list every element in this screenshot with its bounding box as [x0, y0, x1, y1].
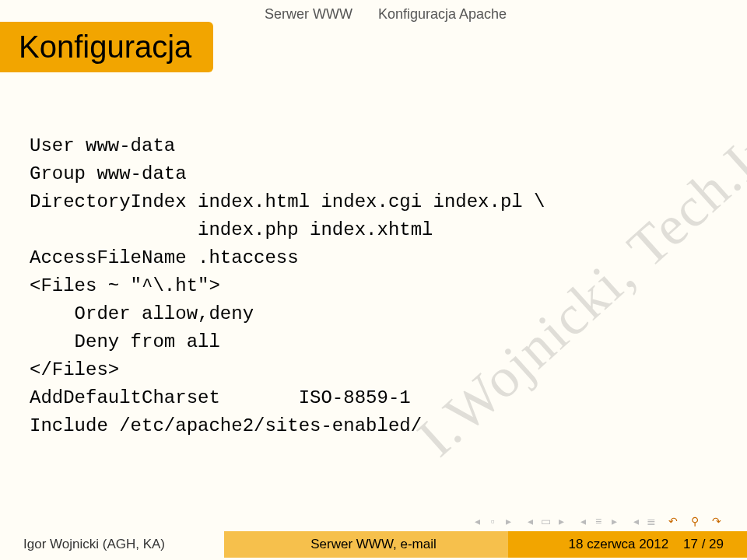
- nav-back-subsection-icon[interactable]: ◂: [576, 515, 590, 527]
- code-line: <Files ~ "^\.ht">: [30, 275, 220, 296]
- footer-pagenum: 17 / 29: [683, 537, 724, 551]
- code-line: AccessFileName .htaccess: [30, 247, 299, 268]
- code-line: Group www-data: [30, 163, 187, 184]
- nav-search-icon[interactable]: ⚲: [688, 515, 702, 527]
- nav-next-frame-icon[interactable]: ▸: [554, 515, 568, 527]
- slide-title-bar: Konfiguracja: [0, 22, 213, 72]
- nav-toc-icon[interactable]: ≡: [591, 515, 605, 527]
- code-line: Deny from all: [30, 331, 220, 352]
- nav-next-icon[interactable]: ▸: [501, 515, 515, 527]
- nav-prev-frame-icon[interactable]: ◂: [523, 515, 537, 527]
- code-line: AddDefaultCharset ISO-8859-1: [30, 387, 411, 408]
- breadcrumb-subsection[interactable]: Konfiguracja Apache: [378, 6, 507, 22]
- breadcrumb: Serwer WWW Konfiguracja Apache: [265, 6, 528, 23]
- slide-content: User www-data Group www-data DirectoryIn…: [30, 132, 717, 440]
- code-line: Include /etc/apache2/sites-enabled/: [30, 415, 422, 436]
- footer-author: Igor Wojnicki (AGH, KA): [23, 537, 165, 552]
- code-line: DirectoryIndex index.html index.cgi inde…: [30, 191, 545, 212]
- nav-frame-icon[interactable]: ▭: [538, 515, 552, 527]
- nav-controls: ◂ ▫ ▸ ◂ ▭ ▸ ◂ ≡ ▸ ◂ ≣ ↶ ⚲ ↷: [470, 515, 724, 527]
- nav-undo-icon[interactable]: ↶: [666, 515, 680, 527]
- config-code-block: User www-data Group www-data DirectoryIn…: [30, 132, 717, 440]
- footer-page: 18 czerwca 2012 17 / 29: [569, 537, 724, 552]
- breadcrumb-section[interactable]: Serwer WWW: [265, 6, 352, 22]
- nav-section-icon[interactable]: ▫: [486, 515, 500, 527]
- nav-back-icon[interactable]: ◂: [629, 515, 643, 527]
- footer-date: 18 czerwca 2012: [569, 537, 669, 551]
- code-line: </Files>: [30, 359, 119, 380]
- code-line: Order allow,deny: [30, 303, 254, 324]
- nav-fwd-subsection-icon[interactable]: ▸: [607, 515, 621, 527]
- footer: Igor Wojnicki (AGH, KA) Serwer WWW, e-ma…: [0, 531, 747, 558]
- slide-title: Konfiguracja: [19, 30, 191, 65]
- code-line: index.php index.xhtml: [30, 219, 433, 240]
- footer-title: Serwer WWW, e-mail: [310, 537, 437, 552]
- nav-menu-icon[interactable]: ≣: [644, 515, 658, 527]
- nav-redo-icon[interactable]: ↷: [710, 515, 724, 527]
- nav-first-icon[interactable]: ◂: [470, 515, 484, 527]
- code-line: User www-data: [30, 135, 175, 156]
